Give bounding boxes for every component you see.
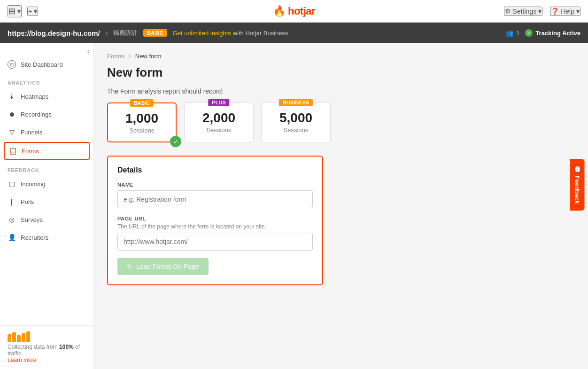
- loading-spinner-icon: ↻: [127, 263, 132, 270]
- funnels-icon: ▽: [8, 128, 16, 136]
- main-layout: ‹ ⊡ Site Dashboard ANALYTICS 🌡 Heatmaps …: [0, 43, 588, 369]
- plus-badge: PLUS: [208, 98, 229, 106]
- plus-sessions-number: 2,000: [192, 110, 246, 126]
- sidebar-item-recruiters[interactable]: 👤 Recruiters: [0, 228, 93, 246]
- surveys-label: Surveys: [21, 216, 43, 223]
- top-nav-left: ⊞ ▾ + ▾: [8, 5, 38, 17]
- basic-sessions-number: 1,000: [116, 111, 168, 126]
- sidebar-bottom: Collecting data from 100% of traffic. Le…: [0, 325, 93, 369]
- feedback-tab[interactable]: 💬 Feedback: [570, 159, 585, 211]
- upsell-suffix: with Hotjar Business.: [233, 30, 290, 37]
- settings-label: Settings: [513, 8, 537, 15]
- session-card-basic[interactable]: BASIC 1,000 Sessions ✓: [107, 102, 177, 142]
- page-url-input[interactable]: [117, 233, 313, 251]
- section-subtitle: The Form analysis report should record:: [107, 87, 575, 95]
- bar-seg-3: [17, 335, 21, 342]
- main-content: Forms > New form New form The Form analy…: [94, 43, 588, 369]
- collapse-button[interactable]: ‹: [87, 47, 90, 55]
- sidebar-item-polls[interactable]: ❙ Polls: [0, 193, 93, 211]
- session-cards: BASIC 1,000 Sessions ✓ PLUS 2,000 Sessio…: [107, 102, 575, 142]
- funnels-label: Funnels: [21, 129, 42, 136]
- load-forms-button[interactable]: ↻ Load Forms On Page: [117, 258, 209, 275]
- plus-badge-label: PLUS: [208, 99, 229, 106]
- site-url: https://blog.design-hu.com/: [8, 29, 100, 37]
- settings-arrow: ▾: [538, 8, 542, 15]
- name-field-label: NAME: [117, 182, 313, 188]
- dashboard-icon: ⊡: [8, 60, 16, 69]
- session-card-business[interactable]: BUSINESS 5,000 Sessions: [261, 102, 331, 142]
- details-title: Details: [117, 166, 313, 174]
- upsell-text[interactable]: Get unlimited insights with Hotjar Busin…: [173, 29, 290, 37]
- collecting-prefix: Collecting data from: [8, 344, 58, 350]
- sidebar-item-recordings[interactable]: ⏺ Recordings: [0, 105, 93, 123]
- sidebar: ‹ ⊡ Site Dashboard ANALYTICS 🌡 Heatmaps …: [0, 43, 94, 369]
- tracking-dot: [525, 29, 533, 37]
- users-number: 1: [516, 30, 519, 37]
- business-badge: BUSINESS: [279, 98, 313, 106]
- page-url-label: PAGE URL: [117, 216, 313, 221]
- help-button[interactable]: ❓ Help ▾: [550, 7, 580, 16]
- surveys-icon: ◎: [8, 215, 16, 224]
- polls-label: Polls: [21, 198, 34, 205]
- plus-sessions-label: Sessions: [192, 126, 246, 133]
- page-url-desc: The URL of the page where the form is lo…: [117, 223, 313, 230]
- users-icon: 👥: [506, 30, 513, 37]
- breadcrumb-current: New form: [135, 53, 162, 60]
- bar-seg-2: [12, 332, 16, 342]
- settings-icon: ⚙: [505, 8, 511, 15]
- sidebar-item-funnels[interactable]: ▽ Funnels: [0, 123, 93, 141]
- site-dashboard-label: Site Dashboard: [21, 61, 63, 68]
- add-button[interactable]: + ▾: [27, 7, 38, 16]
- sidebar-item-surveys[interactable]: ◎ Surveys: [0, 211, 93, 228]
- site-bar-right: 👥 1 Tracking Active: [506, 29, 580, 37]
- session-card-plus[interactable]: PLUS 2,000 Sessions: [184, 102, 254, 142]
- add-arrow: ▾: [34, 8, 37, 15]
- recruiters-icon: 👤: [8, 233, 16, 242]
- site-bar: https://blog.design-hu.com/ › 稿薦設計 BASIC…: [0, 23, 588, 43]
- sidebar-item-site-dashboard[interactable]: ⊡ Site Dashboard: [0, 55, 93, 73]
- incoming-icon: ◫: [8, 180, 16, 188]
- forms-label: Forms: [22, 148, 39, 155]
- polls-icon: ❙: [8, 197, 16, 206]
- logo: 🔥 hotjar: [273, 5, 315, 17]
- business-sessions-label: Sessions: [269, 126, 323, 133]
- help-arrow: ▾: [576, 8, 580, 15]
- recordings-icon: ⏺: [8, 110, 16, 118]
- tracking-label: Tracking Active: [535, 30, 580, 37]
- help-icon: ❓: [551, 8, 559, 15]
- heatmaps-label: Heatmaps: [21, 93, 48, 100]
- basic-badge-label: BASIC: [130, 99, 154, 107]
- grid-menu-button[interactable]: ⊞ ▾: [8, 5, 22, 17]
- learn-more-link[interactable]: Learn more: [8, 357, 86, 363]
- recordings-label: Recordings: [21, 111, 52, 118]
- bar-seg-5: [26, 331, 30, 342]
- bar-seg-4: [22, 333, 25, 342]
- grid-icon: ⊞: [8, 6, 15, 16]
- business-sessions-number: 5,000: [269, 110, 323, 126]
- recruiters-label: Recruiters: [21, 234, 48, 241]
- analytics-section-label: ANALYTICS: [0, 73, 93, 87]
- breadcrumb-forms-link[interactable]: Forms: [107, 53, 124, 60]
- site-bar-arrow: ›: [106, 29, 108, 37]
- settings-button[interactable]: ⚙ Settings ▾: [504, 7, 543, 16]
- forms-icon: 📋: [8, 147, 17, 155]
- selected-check: ✓: [170, 136, 181, 147]
- sidebar-item-forms[interactable]: 📋 Forms: [4, 142, 90, 160]
- hotjar-logo-text: 🔥 hotjar: [273, 5, 315, 17]
- traffic-bar: [8, 331, 86, 342]
- details-box: Details NAME PAGE URL The URL of the pag…: [107, 156, 323, 285]
- grid-arrow: ▾: [17, 8, 21, 15]
- sidebar-item-heatmaps[interactable]: 🌡 Heatmaps: [0, 87, 93, 105]
- name-input[interactable]: [117, 190, 313, 208]
- tracking-active-badge: Tracking Active: [525, 29, 580, 37]
- page-title: New form: [107, 65, 575, 80]
- feedback-label: Feedback: [574, 176, 581, 204]
- heatmap-icon: 🌡: [8, 92, 16, 101]
- sidebar-item-incoming[interactable]: ◫ Incoming: [0, 175, 93, 193]
- feedback-section-label: FEEDBACK: [0, 161, 93, 175]
- users-count: 👥 1: [506, 30, 519, 37]
- plan-badge: BASIC: [143, 29, 167, 37]
- feedback-icon: 💬: [574, 165, 581, 173]
- upsell-link[interactable]: Get unlimited insights: [173, 30, 231, 37]
- basic-badge: BASIC: [130, 99, 154, 106]
